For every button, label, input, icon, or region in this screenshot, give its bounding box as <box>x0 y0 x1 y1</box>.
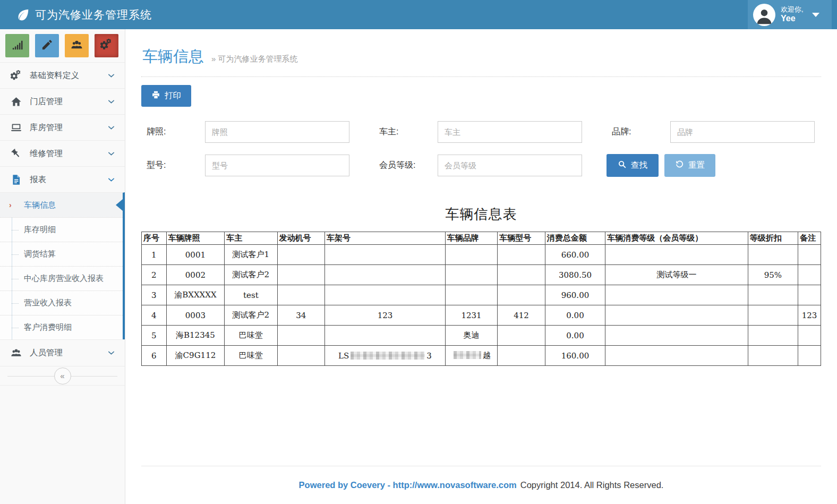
sidebar-subitem-transfer-settlement[interactable]: 调货结算 <box>0 242 123 266</box>
sidebar-collapse-button[interactable]: « <box>54 368 71 385</box>
head-separator <box>141 76 821 77</box>
bar-chart-icon <box>11 39 23 53</box>
table-cell <box>605 305 748 326</box>
table-cell <box>748 346 798 366</box>
sidebar-subitem-label: 营业收入报表 <box>24 298 72 308</box>
home-icon <box>11 96 22 107</box>
column-header: 车辆型号 <box>498 232 545 245</box>
table-cell <box>277 285 325 305</box>
file-icon <box>11 174 22 185</box>
brand-input[interactable] <box>670 121 815 143</box>
column-header: 车辆品牌 <box>445 232 497 245</box>
license-plate-label: 牌照: <box>141 126 205 138</box>
table-cell <box>325 245 446 265</box>
table-cell <box>605 346 748 366</box>
sidebar-item-warehouse-management[interactable]: 库房管理 <box>0 114 125 140</box>
sidebar-subitem-central-warehouse-revenue-report[interactable]: 中心库房营业收入报表 <box>0 266 123 291</box>
model-input[interactable] <box>205 155 349 176</box>
submenu-dash <box>12 254 19 255</box>
report-section: 车辆信息表 序号车辆牌照车主发动机号车架号车辆品牌车辆型号消费总金额车辆消费等级… <box>141 205 821 366</box>
table-cell: 2 <box>142 265 167 285</box>
sidebar-item-label: 门店管理 <box>30 96 107 107</box>
brand: 可为汽修业务管理系统 <box>0 7 152 22</box>
sidebar-subitem-revenue-report[interactable]: 营业收入报表 <box>0 291 123 315</box>
table-cell: 1231 <box>445 305 497 326</box>
sidebar-item-reports[interactable]: 报表 <box>0 166 125 192</box>
username: Yee <box>781 14 804 23</box>
copyright-text: Copyright 2014. All Rights Reserved. <box>520 480 664 490</box>
vehicle-table: 序号车辆牌照车主发动机号车架号车辆品牌车辆型号消费总金额车辆消费等级（会员等级）… <box>141 232 821 366</box>
sidebar-menu: 基础资料定义门店管理库房管理维修管理报表›车辆信息库存明细调货结算中心库房营业收… <box>0 62 125 365</box>
sidebar-item-store-management[interactable]: 门店管理 <box>0 88 125 114</box>
printer-icon <box>151 90 160 101</box>
table-cell: LS3 <box>325 346 446 366</box>
submenu-dash <box>12 279 19 279</box>
table-cell <box>277 326 325 346</box>
table-cell: 0002 <box>166 265 224 285</box>
sidebar-item-repair-management[interactable]: 维修管理 <box>0 140 125 166</box>
chevron-down-icon <box>107 150 115 158</box>
report-title: 车辆信息表 <box>141 205 821 224</box>
print-button[interactable]: 打印 <box>141 85 191 107</box>
table-cell <box>748 245 798 265</box>
main-content: 车辆信息 » 可为汽修业务管理系统 打印 牌照:车主:品牌:型号:会员等级:查找… <box>125 29 837 504</box>
sidebar-item-base-data-definition[interactable]: 基础资料定义 <box>0 62 125 88</box>
welcome-label: 欢迎你, <box>781 6 804 14</box>
column-header: 消费总金额 <box>545 232 605 245</box>
license-plate-input[interactable] <box>205 121 349 143</box>
user-menu[interactable]: 欢迎你, Yee <box>748 0 832 29</box>
active-arrow-icon: › <box>9 201 12 209</box>
table-row: 10001测试客户1660.00 <box>142 245 821 265</box>
search-button[interactable]: 查找 <box>607 154 659 177</box>
app-header: 可为汽修业务管理系统 欢迎你, Yee <box>0 0 837 29</box>
table-cell: 3 <box>142 285 167 305</box>
sidebar: 基础资料定义门店管理库房管理维修管理报表›车辆信息库存明细调货结算中心库房营业收… <box>0 29 125 504</box>
table-cell: 测试客户1 <box>225 245 277 265</box>
powered-by-link[interactable]: Powered by Coevery - http://www.novasoft… <box>299 480 517 490</box>
table-cell: 412 <box>498 305 545 326</box>
table-cell <box>498 285 545 305</box>
sidebar-item-staff-management[interactable]: 人员管理 <box>0 339 125 365</box>
table-cell <box>798 346 821 366</box>
settings-tile-button[interactable] <box>95 34 118 57</box>
edit-tile-button[interactable] <box>35 34 59 57</box>
chevron-down-icon <box>107 98 115 106</box>
table-cell <box>605 245 748 265</box>
form-field-member-level: 会员等级: <box>374 154 582 177</box>
member-level-input[interactable] <box>438 155 582 176</box>
table-cell: 0.00 <box>545 326 605 346</box>
owner-input[interactable] <box>438 121 582 143</box>
table-cell: test <box>225 285 277 305</box>
table-cell <box>277 346 325 366</box>
table-cell: 3080.50 <box>545 265 605 285</box>
table-cell <box>445 245 497 265</box>
table-cell: 巴味堂 <box>225 346 277 366</box>
users-tile-button[interactable] <box>65 34 89 57</box>
table-cell <box>445 265 497 285</box>
sidebar-subitem-label: 库存明细 <box>24 225 56 235</box>
table-cell: 0001 <box>166 245 224 265</box>
sidebar-subitem-inventory-detail[interactable]: 库存明细 <box>0 217 123 242</box>
form-field-license-plate: 牌照: <box>141 121 349 143</box>
stats-tile-button[interactable] <box>5 34 29 57</box>
column-header: 序号 <box>142 232 167 245</box>
table-cell: 960.00 <box>545 285 605 305</box>
sidebar-subitem-label: 客户消费明细 <box>24 322 72 332</box>
brand-label: 品牌: <box>607 126 670 138</box>
table-cell <box>325 265 446 285</box>
column-header: 发动机号 <box>277 232 325 245</box>
users-icon <box>11 347 22 358</box>
owner-label: 车主: <box>374 126 438 138</box>
chevron-down-icon <box>812 13 819 17</box>
table-cell <box>748 285 798 305</box>
gears-icon <box>100 39 113 53</box>
form-field-model: 型号: <box>141 154 349 177</box>
table-cell: 660.00 <box>545 245 605 265</box>
reset-button[interactable]: 重置 <box>664 154 715 177</box>
welcome-text: 欢迎你, Yee <box>781 6 804 23</box>
sidebar-subitem-vehicle-info[interactable]: ›车辆信息 <box>0 193 123 217</box>
table-cell: 奥迪 <box>445 326 497 346</box>
column-header: 车架号 <box>325 232 446 245</box>
table-row: 6渝C9G112巴味堂LS3越160.00 <box>142 346 821 366</box>
sidebar-subitem-customer-consumption-detail[interactable]: 客户消费明细 <box>0 315 123 339</box>
